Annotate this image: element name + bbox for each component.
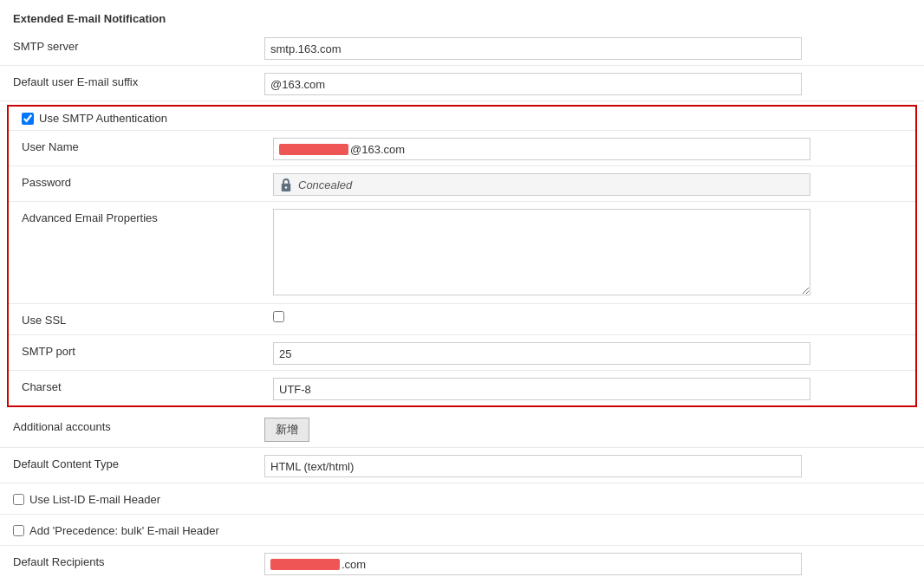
default-suffix-input[interactable] — [264, 73, 802, 95]
advanced-email-textarea[interactable] — [273, 209, 810, 295]
content-type-value — [264, 453, 911, 477]
use-ssl-row: Use SSL — [9, 304, 915, 335]
username-redacted — [279, 144, 348, 155]
page-container: Extended E-mail Notification SMTP server… — [0, 0, 924, 577]
default-recipients-row: Default Recipients .com — [0, 546, 924, 577]
content-type-label: Default Content Type — [13, 453, 264, 470]
use-ssl-label: Use SSL — [22, 309, 273, 327]
default-recipients-label: Default Recipients — [13, 551, 264, 568]
precedence-row: Add 'Precedence: bulk' E-mail Header — [0, 515, 924, 546]
username-field-wrapper: @163.com — [273, 138, 810, 160]
precedence-label-col: Add 'Precedence: bulk' E-mail Header — [13, 520, 264, 537]
smtp-auth-row: Use SMTP Authentication — [9, 107, 915, 131]
default-recipients-field: .com — [264, 553, 802, 575]
section-title: Extended E-mail Notification — [0, 7, 924, 30]
content-type-input[interactable] — [264, 455, 802, 477]
smtp-port-label: SMTP port — [22, 340, 273, 358]
recipients-suffix: .com — [342, 558, 366, 571]
use-ssl-value — [273, 309, 902, 325]
default-suffix-label: Default user E-mail suffix — [13, 71, 264, 88]
smtp-server-value — [264, 36, 911, 60]
additional-accounts-row: Additional accounts 新增 — [0, 411, 924, 448]
charset-row: Charset — [9, 371, 915, 405]
charset-input[interactable] — [273, 378, 810, 400]
advanced-email-label: Advanced Email Properties — [22, 207, 273, 224]
username-value: @163.com — [273, 136, 902, 160]
charset-value — [273, 376, 902, 400]
recipients-redacted — [270, 559, 340, 570]
precedence-label: Add 'Precedence: bulk' E-mail Header — [29, 524, 219, 537]
password-field-wrapper: Concealed — [273, 173, 810, 196]
listid-checkbox[interactable] — [13, 494, 24, 505]
listid-row: Use List-ID E-mail Header — [0, 483, 924, 515]
smtp-port-row: SMTP port — [9, 335, 915, 371]
additional-accounts-value: 新增 — [264, 416, 911, 442]
smtp-port-value — [273, 340, 902, 365]
default-recipients-value: .com — [264, 551, 911, 575]
username-suffix: @163.com — [350, 143, 405, 156]
smtp-auth-checkbox[interactable] — [22, 113, 34, 125]
add-button[interactable]: 新增 — [264, 418, 309, 442]
use-ssl-checkbox[interactable] — [273, 311, 284, 322]
default-suffix-value — [264, 71, 911, 95]
svg-point-1 — [285, 186, 287, 188]
username-label: User Name — [22, 136, 273, 153]
listid-label-col: Use List-ID E-mail Header — [13, 489, 264, 506]
password-value: Concealed — [273, 172, 902, 196]
smtp-port-input[interactable] — [273, 342, 810, 365]
username-row: User Name @163.com — [9, 131, 915, 166]
content-type-row: Default Content Type — [0, 448, 924, 483]
smtp-server-label: SMTP server — [13, 36, 264, 53]
listid-label: Use List-ID E-mail Header — [29, 493, 160, 506]
charset-label: Charset — [22, 376, 273, 393]
smtp-server-input[interactable] — [264, 37, 802, 60]
advanced-email-row: Advanced Email Properties — [9, 202, 915, 304]
smtp-auth-section: Use SMTP Authentication User Name @163.c… — [7, 105, 917, 407]
password-row: Password Concealed — [9, 166, 915, 202]
lock-icon — [279, 178, 293, 191]
password-label: Password — [22, 172, 273, 189]
additional-accounts-label: Additional accounts — [13, 416, 264, 433]
smtp-auth-text: Use SMTP Authentication — [39, 112, 167, 125]
section-title-text: Extended E-mail Notification — [13, 12, 166, 25]
smtp-server-row: SMTP server — [0, 30, 924, 66]
advanced-email-value — [273, 207, 902, 298]
precedence-checkbox[interactable] — [13, 525, 24, 536]
concealed-text: Concealed — [298, 178, 352, 191]
smtp-auth-label[interactable]: Use SMTP Authentication — [22, 112, 167, 125]
default-suffix-row: Default user E-mail suffix — [0, 66, 924, 101]
